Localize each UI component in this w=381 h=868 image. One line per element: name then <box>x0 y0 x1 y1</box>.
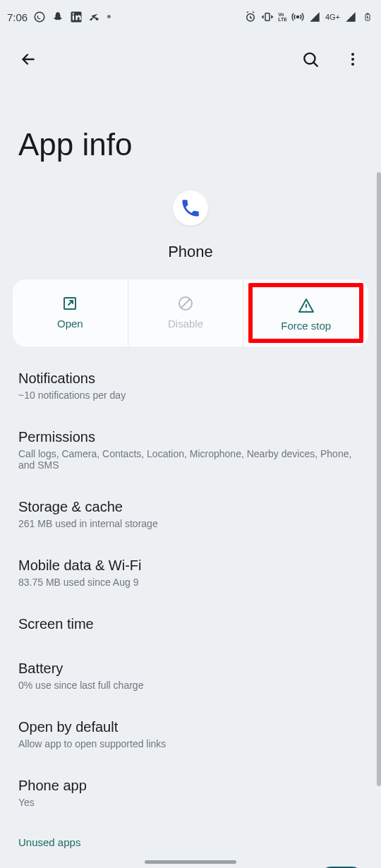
nav-pill[interactable] <box>145 860 236 864</box>
force-stop-button[interactable]: Force stop <box>248 283 363 343</box>
setting-sub: 261 MB used in internal storage <box>18 518 363 529</box>
status-dot-icon: • <box>107 10 111 25</box>
battery-item[interactable]: Battery 0% use since last full charge <box>18 646 363 705</box>
svg-point-12 <box>351 63 354 66</box>
network-type: 4G+ <box>325 13 340 21</box>
battery-icon <box>361 11 374 23</box>
svg-point-0 <box>35 12 44 22</box>
open-by-default-item[interactable]: Open by default Allow app to open suppor… <box>18 705 363 764</box>
svg-point-3 <box>73 13 74 14</box>
open-icon <box>13 294 128 313</box>
notifications-item[interactable]: Notifications ~10 notifications per day <box>18 356 363 415</box>
phone-app-icon <box>173 191 208 226</box>
app-bar <box>0 34 381 85</box>
back-button[interactable] <box>14 45 42 73</box>
svg-point-11 <box>351 58 354 61</box>
svg-point-6 <box>296 16 298 18</box>
volte-icon: Vo LTE <box>278 12 287 22</box>
force-stop-label: Force stop <box>253 320 359 332</box>
disable-icon <box>128 294 243 313</box>
force-stop-button-container: Force stop <box>243 279 368 346</box>
svg-point-10 <box>351 53 354 56</box>
mobile-data-item[interactable]: Mobile data & Wi-Fi 83.75 MB used since … <box>18 543 363 602</box>
svg-rect-2 <box>73 16 74 20</box>
linkedin-icon <box>70 11 83 23</box>
svg-rect-5 <box>265 13 270 21</box>
disable-label: Disable <box>128 318 243 330</box>
disable-button: Disable <box>128 279 244 346</box>
action-row: Open Disable Force stop <box>13 279 368 346</box>
setting-sub: Yes <box>18 797 363 808</box>
setting-sub: 83.75 MB used since Aug 9 <box>18 577 363 588</box>
scrollbar[interactable] <box>377 172 381 786</box>
screen-time-item[interactable]: Screen time <box>18 602 363 646</box>
setting-title: Storage & cache <box>18 499 363 515</box>
setting-title: Phone app <box>18 778 363 794</box>
hotspot-icon <box>291 11 304 23</box>
page-title: App info <box>0 85 381 191</box>
setting-title: Open by default <box>18 719 363 735</box>
permissions-item[interactable]: Permissions Call logs, Camera, Contacts,… <box>18 415 363 485</box>
svg-rect-8 <box>367 13 368 14</box>
search-button[interactable] <box>296 45 325 73</box>
setting-sub: ~10 notifications per day <box>18 390 363 401</box>
app-header: Phone <box>0 191 381 279</box>
signal-1-icon <box>308 11 321 23</box>
app-name: Phone <box>0 243 381 261</box>
phone-app-item[interactable]: Phone app Yes <box>18 764 363 822</box>
open-label: Open <box>13 318 128 330</box>
setting-title: Permissions <box>18 429 363 445</box>
whatsapp-icon <box>33 11 46 23</box>
setting-title: Battery <box>18 661 363 677</box>
open-button[interactable]: Open <box>13 279 128 346</box>
setting-sub: 0% use since last full charge <box>18 680 363 691</box>
setting-title: Screen time <box>18 616 363 632</box>
settings-list: Notifications ~10 notifications per day … <box>0 346 381 868</box>
vibrate-icon <box>261 11 274 23</box>
warning-icon <box>253 296 359 315</box>
setting-sub: Allow app to open supported links <box>18 738 363 749</box>
status-bar: 7:06 • Vo LTE 4G+ <box>0 0 381 34</box>
more-options-button[interactable] <box>339 45 367 73</box>
storage-item[interactable]: Storage & cache 261 MB used in internal … <box>18 485 363 543</box>
signal-2-icon <box>344 11 357 23</box>
snapchat-icon <box>52 11 64 23</box>
missed-call-icon <box>88 11 101 23</box>
setting-sub: Call logs, Camera, Contacts, Location, M… <box>18 448 363 471</box>
alarm-icon <box>244 11 257 23</box>
setting-title: Notifications <box>18 370 363 387</box>
status-time: 7:06 <box>7 11 28 23</box>
unused-apps-section: Unused apps <box>18 822 363 852</box>
setting-title: Mobile data & Wi-Fi <box>18 557 363 574</box>
